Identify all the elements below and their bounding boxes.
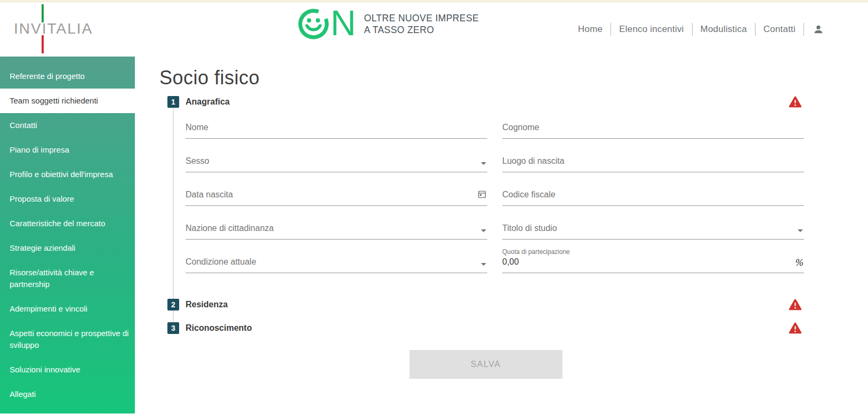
- sidebar-navigation: Referente di progetto Team soggetti rich…: [0, 57, 135, 413]
- quota-field-label: Quota di partecipazione: [502, 248, 804, 256]
- nome-input[interactable]: [186, 123, 487, 138]
- quota-di-partecipazione-input[interactable]: [502, 257, 790, 273]
- invitalia-logo-text: INVITALIA: [14, 20, 93, 37]
- stepper-connector: [173, 108, 174, 299]
- form-stepper: 1 Anagrafica: [167, 96, 804, 379]
- sidebar-item-adempimenti-e-vincoli[interactable]: Adempimenti e vincoli: [0, 297, 135, 321]
- titolo-di-studio-select[interactable]: [502, 224, 793, 239]
- sidebar-item-aspetti-economici[interactable]: Aspetti economici e prospettive di svilu…: [0, 321, 135, 357]
- section-label: Anagrafica: [186, 97, 230, 107]
- nav-link-contatti[interactable]: Contatti: [756, 24, 803, 35]
- user-account-icon[interactable]: [813, 23, 824, 35]
- stepper-connector: [173, 310, 174, 322]
- condizione-attuale-field[interactable]: [186, 248, 487, 273]
- section-label: Riconoscimento: [186, 323, 252, 333]
- step-number-badge[interactable]: 3: [167, 322, 179, 334]
- anagrafica-form: Quota di partecipazione %: [186, 113, 804, 273]
- codice-fiscale-input[interactable]: [502, 190, 804, 205]
- data-nascita-input[interactable]: [186, 190, 473, 205]
- nav-link-home[interactable]: Home: [570, 24, 610, 35]
- program-title: OLTRE NUOVE IMPRESE A TASSO ZERO: [364, 12, 479, 36]
- save-button[interactable]: SALVA: [409, 350, 562, 379]
- nav-link-modulistica[interactable]: Modulistica: [693, 24, 755, 35]
- data-nascita-field[interactable]: [186, 180, 487, 206]
- section-header-anagrafica[interactable]: 1 Anagrafica: [167, 96, 804, 108]
- luogo-di-nascita-input[interactable]: [502, 156, 804, 172]
- sidebar-item-contatti[interactable]: Contatti: [0, 113, 135, 138]
- nome-field[interactable]: [186, 113, 487, 139]
- chevron-down-icon[interactable]: [481, 263, 486, 266]
- sidebar-item-soluzioni-innovative[interactable]: Soluzioni innovative: [0, 357, 135, 382]
- sesso-select[interactable]: [186, 156, 477, 172]
- codice-fiscale-field[interactable]: [502, 180, 804, 206]
- quota-di-partecipazione-field[interactable]: Quota di partecipazione %: [502, 248, 804, 273]
- on-program-logo: N OLTRE NUOVE IMPRESE A TASSO ZERO: [298, 7, 479, 39]
- sidebar-item-risorse-attivita-chiave[interactable]: Risorse/attività chiave e partnership: [0, 260, 135, 297]
- sidebar-item-caratteristiche-del-mercato[interactable]: Caratteristiche del mercato: [0, 211, 135, 236]
- section-label: Residenza: [186, 300, 228, 309]
- nazione-di-cittadinanza-field[interactable]: [186, 214, 487, 240]
- smiley-face-icon: [298, 9, 329, 39]
- sidebar-item-referente-di-progetto[interactable]: Referente di progetto: [0, 64, 135, 89]
- sidebar-item-allegati[interactable]: Allegati: [0, 382, 135, 407]
- main-content: Socio fisico 1 Anagrafica: [135, 57, 868, 413]
- step-number-badge[interactable]: 1: [167, 96, 179, 108]
- flag-red-bar: [42, 35, 44, 53]
- titolo-di-studio-field[interactable]: [502, 214, 804, 240]
- percent-suffix: %: [790, 257, 804, 273]
- invitalia-logo[interactable]: INVITALIA: [14, 4, 115, 55]
- on-logo-n: N: [331, 7, 356, 38]
- header: INVITALIA N OLTRE NUOVE IMPRESE A TASSO …: [0, 2, 868, 57]
- cognome-field[interactable]: [502, 113, 804, 139]
- nazione-di-cittadinanza-select[interactable]: [186, 224, 477, 239]
- section-header-residenza[interactable]: 2 Residenza: [167, 299, 804, 310]
- section-header-riconoscimento[interactable]: 3 Riconoscimento: [167, 322, 804, 334]
- condizione-attuale-select[interactable]: [186, 257, 477, 273]
- chevron-down-icon[interactable]: [481, 229, 486, 232]
- calendar-icon[interactable]: [478, 190, 486, 198]
- cognome-input[interactable]: [502, 123, 804, 138]
- top-navigation: Home Elenco incentivi Modulistica Contat…: [570, 2, 824, 57]
- flag-green-bar: [42, 4, 44, 22]
- sidebar-item-strategie-aziendali[interactable]: Strategie aziendali: [0, 236, 135, 260]
- sidebar-item-profilo-e-obiettivi[interactable]: Profilo e obiettivi dell'impresa: [0, 162, 135, 187]
- luogo-di-nascita-field[interactable]: [502, 147, 804, 172]
- sidebar-item-piano-di-impresa[interactable]: Piano di impresa: [0, 138, 135, 162]
- sesso-field[interactable]: [186, 147, 487, 172]
- warning-icon: [789, 322, 802, 334]
- sidebar-item-team-soggetti-richiedenti[interactable]: Team soggetti richiedenti: [0, 89, 135, 113]
- program-title-line1: OLTRE NUOVE IMPRESE: [364, 12, 479, 24]
- nav-link-elenco-incentivi[interactable]: Elenco incentivi: [611, 24, 692, 35]
- warning-icon: [789, 299, 802, 310]
- nav-separator: [803, 23, 804, 36]
- step-number-badge[interactable]: 2: [167, 299, 179, 310]
- chevron-down-icon[interactable]: [481, 162, 486, 165]
- program-title-line2: A TASSO ZERO: [364, 24, 479, 36]
- warning-icon: [789, 96, 802, 108]
- chevron-down-icon[interactable]: [798, 229, 803, 232]
- sidebar-item-proposta-di-valore[interactable]: Proposta di valore: [0, 187, 135, 211]
- page-title: Socio fisico: [159, 67, 804, 89]
